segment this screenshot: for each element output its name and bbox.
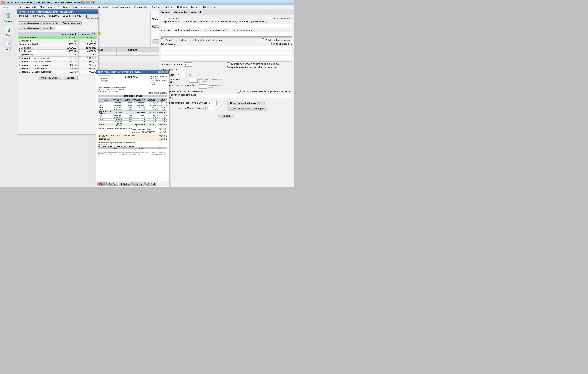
pai-row-v2: 9217,40 (78, 60, 97, 64)
afficher-ttc-checkbox[interactable] (269, 42, 272, 45)
facture-restore-btn[interactable]: □ (161, 71, 164, 73)
paiement-num-input[interactable] (56, 26, 69, 30)
taux-tva-val: 20,0% (152, 26, 159, 29)
remplacer-text-input[interactable] (160, 24, 292, 28)
marge-gauche-nom-input[interactable] (189, 78, 198, 83)
menu-serveur[interactable]: Serveur (150, 5, 161, 9)
facture-no: Facture N° 1 (113, 75, 148, 78)
choix-couleur-cadres-button[interactable]: Choix couleur cadres rectangles (227, 106, 267, 111)
arrete-section: ARRÊTE LA PRÉSENTE FACTURE AU TOTAL HT D… (98, 134, 168, 141)
imprimer-button[interactable]: Imprimer (132, 182, 145, 186)
insertion-logo-checkbox[interactable] (160, 17, 163, 19)
toolbar-row1: Paiement automatique dernier paiement Av… (18, 21, 97, 25)
ftot-total: 50 031,03 € (158, 123, 167, 127)
foph-mhtc: 0,00 € (132, 118, 146, 121)
annuler-button[interactable]: Annuler (146, 182, 157, 186)
avenant-dernier-button[interactable]: Avenant dernier p (61, 21, 82, 25)
paiement-auto-last-button[interactable]: Paiement automatique dernier paiement (18, 21, 60, 25)
menu-edition[interactable]: Edition (12, 5, 22, 9)
sidebar-item-corbeille[interactable]: 🗑️ Corbeille (1, 10, 16, 23)
foph-mht: 20 651,40 € (112, 118, 123, 121)
pai-row-v1: 9111,06 (60, 60, 78, 64)
foph-mhtc: 0,00 € (132, 116, 146, 118)
pdf-fusionner-input[interactable] (198, 94, 292, 98)
menu-theme[interactable]: Thème (201, 5, 212, 9)
decalage-v-input[interactable] (205, 106, 214, 110)
sidebar-item-excel[interactable]: 📊 Excel (1, 24, 16, 37)
pai-row-label: Total Facture (18, 50, 60, 53)
remplacer-label: Remplacer le texte 'En votre aimable règ… (160, 20, 250, 23)
bas-facture-text-input[interactable] (160, 46, 292, 50)
pai-menu-insertion[interactable]: Insertion (72, 14, 84, 20)
choix-couleur-fond-button[interactable]: Choix couleur fond rectangles (227, 101, 265, 105)
facturx-button[interactable]: Factur-X (119, 182, 131, 186)
ne-pas-afficher-checkbox[interactable] (238, 90, 241, 93)
iban-val (131, 150, 151, 150)
maximize-button[interactable]: □ (86, 1, 90, 4)
facture-to-address: Département du Rhône SZretoirat 20-31 Co… (150, 75, 168, 85)
sidebar-label-excel: Excel (6, 34, 11, 37)
pdf-button[interactable]: PDF (97, 182, 105, 186)
facture-title-center: Facture N° 1 (113, 75, 148, 85)
table-row: Cotraitant 3 : Dupré - Economiste 4621,8… (18, 64, 97, 67)
menu-avenants[interactable]: Avenants (97, 5, 110, 9)
taille-police-input[interactable] (184, 62, 192, 67)
pai-menu-impressions[interactable]: Impressions (31, 14, 46, 20)
bas-facture-text-input3[interactable] (160, 56, 292, 60)
bank-data-row (98, 150, 168, 150)
menu-agence[interactable]: Agence (189, 5, 200, 9)
fph-name: Esquisse (98, 102, 112, 104)
facture-phase-row: A.P.S. 32 698,05 € 50,00 16 349,03 € 2 1… (98, 104, 168, 106)
summary-line1: Total HT honoraires cumulés 50 031,03 € (98, 129, 168, 130)
marge-gauche-input[interactable] (176, 73, 185, 77)
minimize-button[interactable]: _ (82, 1, 85, 4)
pai-menu-5docs[interactable]: 5 Documents (84, 14, 99, 20)
afficher-addr-checkbox[interactable] (262, 39, 264, 41)
rib-label: Rib en bas de page (273, 17, 292, 19)
num-dossier-checkbox[interactable] (227, 62, 230, 65)
bank-title: Informations bancaires : CHARLET ARCHITE… (98, 146, 168, 147)
valider-quitter-button[interactable]: Valider & Quitter (38, 76, 62, 80)
pai-row-label: Coefficient K (18, 39, 60, 43)
pai-menu-situations[interactable]: Situations (48, 14, 60, 20)
menu-help[interactable]: ? (212, 5, 217, 9)
ou-remplacer-text-input[interactable] (160, 32, 292, 37)
sidebar-item-word[interactable]: 📝 Word (1, 38, 16, 51)
pai-row-v1: 11947,74 (60, 57, 78, 60)
menu-utilitaires[interactable]: Utilitaires (175, 5, 189, 9)
objet-label: Objet : (98, 86, 103, 88)
facture-minimize-btn[interactable]: _ (158, 71, 161, 73)
pdfa3-button[interactable]: PDF/A-3 (106, 182, 118, 186)
pai-menu-edition[interactable]: Edition (61, 14, 71, 20)
bas-facture-text-input2[interactable] (160, 51, 292, 55)
nb-phases-input[interactable] (199, 84, 207, 89)
close-button[interactable]: × (91, 1, 95, 4)
pai-menu-paiement[interactable]: Paiement (18, 14, 30, 20)
menu-fichier[interactable]: Fichier (1, 5, 11, 9)
menu-synthese[interactable]: Synthèse (162, 5, 175, 9)
decalage-h-input[interactable] (208, 101, 217, 105)
pai-row-v2: 46087,04 (78, 50, 97, 53)
menu-mode-calcul[interactable]: Mode Calcul 2019 (38, 5, 61, 9)
params-valider-button[interactable]: Valider (218, 114, 234, 118)
rib-checkbox[interactable] (268, 17, 271, 19)
facture-footer-buttons: PDF PDF/A-3 Factur-X Imprimer Annuler (96, 181, 169, 186)
menu-comptabilite[interactable]: Comptabilité (133, 5, 149, 9)
facture-meta: Objet : Annexe Lycée Jacques Prévert Mar… (98, 86, 168, 94)
sidebar-label-word: Word (6, 48, 11, 51)
params-remplacer-input-row (160, 24, 292, 28)
pai-row-v2: 1,122 (78, 39, 97, 43)
marge-haute-input[interactable] (175, 67, 183, 72)
paiement-auto-num-button[interactable]: Paiement automatique paiement n° (18, 26, 55, 30)
reporter-checkbox[interactable] (160, 39, 163, 41)
valider-button[interactable]: Valider (63, 76, 77, 80)
menu-cotraitants[interactable]: Cotraitants (23, 5, 38, 9)
menu-type-mission[interactable]: Type mission (61, 5, 78, 9)
menu-devis-facturation[interactable]: Devis/Facturation (110, 5, 132, 9)
facture-to-addr: 20-31 Cour de la Liberté (150, 79, 168, 81)
total-ttc-val: 60 037,24 € (159, 139, 167, 141)
fth-montant-ht: Montant HT Hon. (112, 98, 123, 102)
facture-close-btn[interactable]: × (165, 71, 168, 73)
bank-table: BANQUE IBAN BIC (98, 147, 168, 150)
menu-5documents[interactable]: 5 Documents (79, 5, 96, 9)
